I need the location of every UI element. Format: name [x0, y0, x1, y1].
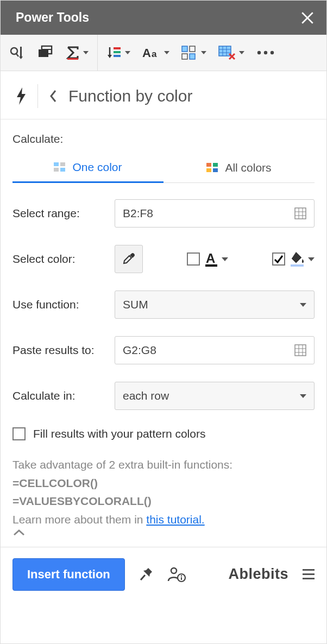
svg-rect-37	[295, 208, 306, 219]
svg-point-26	[257, 51, 261, 54]
function-value: SUM	[123, 298, 300, 311]
svg-rect-15	[182, 46, 187, 52]
use-function-label: Use function:	[12, 298, 108, 311]
select-color-label: Select color:	[12, 252, 108, 266]
check-icon	[273, 254, 284, 264]
sort-icon[interactable]	[106, 45, 130, 60]
grid-picker-icon[interactable]	[294, 344, 306, 356]
tab-all-colors-label: All colors	[225, 161, 271, 174]
tab-one-color[interactable]: One color	[12, 155, 163, 183]
svg-text:A: A	[142, 46, 151, 60]
dedupe-icon[interactable]	[37, 45, 54, 60]
svg-rect-30	[60, 162, 65, 166]
paste-results-label: Paste results to:	[12, 344, 108, 357]
close-icon[interactable]	[300, 11, 315, 25]
svg-point-2	[11, 48, 17, 54]
eyedropper-icon	[122, 252, 136, 266]
fill-color-dropdown[interactable]	[290, 251, 315, 267]
hint-fn2: =VALUESBYCOLORALL()	[12, 492, 315, 510]
svg-point-51	[171, 568, 177, 573]
title-bar: Power Tools	[1, 1, 326, 35]
paste-to-input[interactable]: G2:G8	[115, 336, 315, 364]
svg-rect-16	[190, 46, 195, 52]
font-color-checkbox[interactable]	[187, 252, 200, 266]
svg-rect-8	[67, 58, 78, 60]
back-icon[interactable]	[49, 89, 58, 104]
app-title: Power Tools	[16, 10, 89, 25]
svg-rect-45	[295, 345, 306, 356]
svg-rect-17	[182, 54, 187, 59]
svg-rect-32	[60, 168, 65, 172]
chevron-down-icon	[300, 303, 306, 307]
function-select[interactable]: SUM	[115, 291, 315, 319]
text-case-icon[interactable]: A a	[142, 46, 169, 60]
brand-label: Ablebits	[228, 566, 288, 583]
toolbar: A a	[1, 35, 326, 71]
select-range-label: Select range:	[12, 207, 108, 220]
font-color-dropdown[interactable]: A	[204, 251, 228, 267]
svg-point-28	[271, 51, 274, 54]
insert-function-button[interactable]: Insert function	[12, 558, 125, 591]
svg-rect-10	[114, 47, 121, 49]
svg-rect-7	[42, 46, 52, 49]
tab-one-color-label: One color	[72, 161, 122, 174]
calculate-in-value: each row	[123, 389, 300, 402]
svg-line-50	[141, 575, 145, 580]
range-value: B2:F8	[123, 207, 294, 220]
fill-color-checkbox[interactable]	[272, 252, 285, 266]
fill-results-label: Fill results with your pattern colors	[33, 427, 205, 440]
svg-text:A: A	[206, 251, 215, 266]
pin-icon[interactable]	[139, 567, 153, 582]
eyedropper-button[interactable]	[115, 245, 143, 273]
grid-picker-icon[interactable]	[294, 207, 306, 219]
lightning-icon[interactable]	[16, 87, 27, 105]
footer: Insert function Ablebits	[1, 547, 326, 601]
svg-rect-54	[181, 577, 182, 580]
paint-bucket-icon	[290, 251, 306, 267]
fill-results-checkbox[interactable]	[12, 427, 26, 440]
chevron-down-icon	[300, 394, 306, 398]
svg-rect-29	[54, 162, 59, 166]
mode-tabs: One color All colors	[12, 155, 315, 183]
svg-rect-18	[190, 54, 195, 59]
range-input[interactable]: B2:F8	[115, 199, 315, 228]
svg-rect-34	[213, 163, 218, 167]
font-color-icon: A	[204, 251, 219, 267]
calculate-in-select[interactable]: each row	[115, 382, 315, 410]
fill-results-option[interactable]: Fill results with your pattern colors	[12, 427, 315, 440]
tab-all-colors[interactable]: All colors	[163, 155, 315, 183]
svg-rect-31	[54, 168, 59, 172]
hint-line2-pre: Learn more about them in	[12, 513, 146, 526]
svg-point-53	[180, 575, 182, 577]
svg-rect-11	[114, 51, 121, 53]
all-colors-icon	[206, 163, 218, 173]
svg-rect-33	[206, 163, 211, 167]
svg-point-27	[264, 51, 267, 54]
svg-rect-44	[291, 264, 304, 267]
svg-line-3	[16, 54, 18, 56]
sigma-icon[interactable]	[66, 46, 89, 60]
tutorial-link[interactable]: this tutorial.	[146, 513, 204, 526]
collapse-icon[interactable]	[12, 528, 26, 537]
menu-icon[interactable]	[303, 569, 315, 579]
calculate-label: Calculate:	[12, 132, 315, 146]
one-color-icon	[54, 162, 66, 172]
find-replace-icon[interactable]	[9, 45, 26, 61]
clear-cells-icon[interactable]	[218, 46, 244, 60]
calculate-in-label: Calculate in:	[12, 389, 108, 402]
hint-fn1: =CELLCOLOR()	[12, 474, 315, 493]
hint-text: Take advantage of 2 extra built-in funct…	[12, 456, 315, 528]
paste-to-value: G2:G8	[123, 344, 294, 357]
person-info-icon[interactable]	[167, 566, 186, 583]
svg-text:a: a	[152, 49, 157, 59]
svg-rect-4	[20, 47, 22, 56]
divider	[37, 84, 38, 108]
split-cells-icon[interactable]	[181, 46, 206, 60]
hint-line1: Take advantage of 2 extra built-in funct…	[12, 456, 315, 474]
svg-rect-43	[205, 264, 217, 267]
more-icon[interactable]	[256, 50, 275, 55]
svg-rect-35	[206, 168, 211, 172]
svg-rect-36	[213, 168, 218, 172]
page-title: Function by color	[68, 87, 192, 105]
svg-rect-12	[114, 55, 121, 57]
